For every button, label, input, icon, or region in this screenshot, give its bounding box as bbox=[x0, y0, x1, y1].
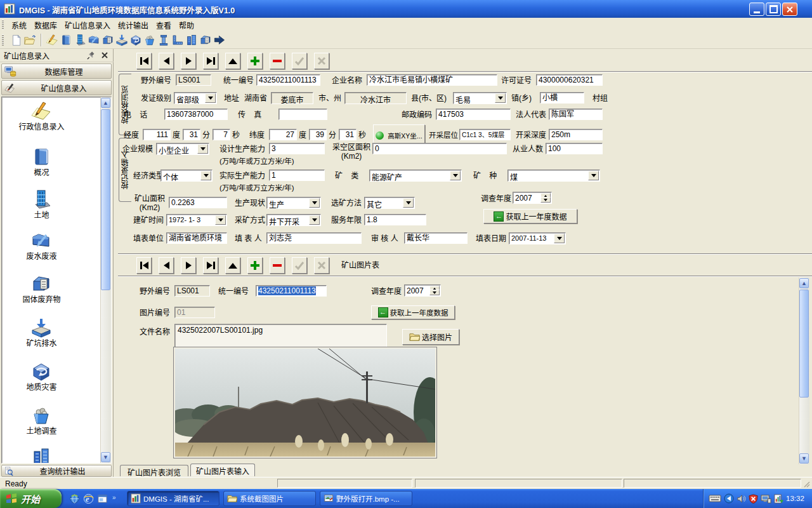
mine-class-dropdown[interactable]: 能源矿产 bbox=[369, 170, 462, 182]
archive-icon[interactable] bbox=[199, 33, 213, 47]
nav1-add-button[interactable] bbox=[247, 53, 263, 69]
sidebar-close-icon[interactable] bbox=[101, 51, 108, 59]
display-tray-icon[interactable] bbox=[761, 494, 771, 504]
dropdown-arrow-icon[interactable] bbox=[403, 198, 414, 208]
nav2-confirm-button[interactable] bbox=[292, 257, 307, 274]
nav2-prev-button[interactable] bbox=[159, 257, 174, 274]
sidebar-item-overview[interactable]: 概况 bbox=[5, 168, 78, 177]
task-dmgis[interactable]: DMGIS - 湖南省矿... bbox=[127, 491, 219, 506]
language-bar-icon[interactable] bbox=[724, 493, 734, 504]
buildings-icon[interactable] bbox=[185, 33, 199, 47]
exit-icon[interactable] bbox=[213, 33, 226, 47]
phone-input[interactable]: 13607387000 bbox=[164, 109, 228, 120]
workers-input[interactable]: 100 bbox=[546, 143, 603, 154]
cert-level-dropdown[interactable]: 省部级 bbox=[174, 92, 217, 104]
sidebar-item-wastewater[interactable]: 废水废液 bbox=[5, 252, 78, 261]
chart-tray-icon[interactable] bbox=[774, 494, 783, 504]
pic-field-no-input[interactable]: LS001 bbox=[174, 285, 210, 297]
nav2-delete-button[interactable] bbox=[270, 257, 285, 274]
town-input[interactable]: 小横 bbox=[540, 92, 584, 104]
wastewater-big-icon[interactable] bbox=[30, 230, 52, 251]
spin-down-icon[interactable] bbox=[540, 197, 551, 203]
postcode-input[interactable]: 417503 bbox=[436, 109, 511, 120]
survey-year-spinner[interactable]: 2007 bbox=[513, 192, 552, 204]
goaf-input[interactable]: 0 bbox=[372, 143, 507, 154]
land-survey-icon[interactable] bbox=[143, 33, 157, 47]
design-cap-input[interactable]: 3 bbox=[269, 143, 325, 154]
nav2-last-button[interactable] bbox=[203, 257, 218, 274]
fill-date-dropdown[interactable]: 2007-11-13 bbox=[509, 232, 566, 244]
dropdown-arrow-icon[interactable] bbox=[215, 215, 226, 225]
legal-input[interactable]: 陈国军 bbox=[549, 109, 603, 120]
quicklaunch-chevron-icon[interactable]: » bbox=[112, 494, 116, 501]
open-file-icon[interactable] bbox=[23, 33, 37, 47]
scale-dropdown[interactable]: 小型企业 bbox=[156, 143, 209, 155]
nav2-cancel-button[interactable] bbox=[314, 257, 329, 274]
latitude-min-input[interactable]: 39 bbox=[309, 129, 327, 140]
dropdown-arrow-icon[interactable] bbox=[450, 171, 461, 180]
dropdown-arrow-icon[interactable] bbox=[200, 171, 211, 180]
service-input[interactable]: 1.8 bbox=[364, 214, 426, 225]
fetch-last-year-button[interactable]: ←获取上一年度数据 bbox=[483, 209, 577, 224]
sidebar-group-database[interactable]: 数据库管理 bbox=[1, 64, 112, 79]
menu-view[interactable]: 查看 bbox=[152, 18, 175, 32]
admin-entry-icon[interactable] bbox=[45, 33, 59, 47]
pin-icon[interactable] bbox=[86, 51, 96, 60]
solid-waste-icon[interactable] bbox=[101, 33, 115, 47]
sidebar-item-land-survey[interactable]: 土地调查 bbox=[5, 427, 78, 436]
econ-dropdown[interactable]: 个体 bbox=[160, 170, 213, 182]
dropdown-arrow-icon[interactable] bbox=[554, 234, 565, 243]
land-survey-big-icon[interactable] bbox=[30, 404, 52, 426]
dropdown-arrow-icon[interactable] bbox=[205, 93, 216, 103]
menu-statistics-output[interactable]: 统计输出 bbox=[114, 18, 152, 32]
sidebar-item-admin-entry[interactable]: 行政信息录入 bbox=[5, 123, 78, 131]
nav1-confirm-button[interactable] bbox=[292, 53, 307, 69]
pic-uni-no-input[interactable]: 43250211001113 bbox=[256, 285, 327, 297]
nav2-top-button[interactable] bbox=[225, 257, 240, 274]
longitude-deg-input[interactable]: 111 bbox=[143, 129, 171, 140]
pic-survey-year-spinner[interactable]: 2007 bbox=[404, 284, 441, 297]
partial-building-icon[interactable] bbox=[30, 446, 52, 464]
fill-unit-input[interactable]: 湖南省地质环境 bbox=[166, 232, 227, 244]
sidebar-item-solid-waste[interactable]: 固体废弃物 bbox=[5, 295, 78, 304]
spin-down-icon[interactable] bbox=[429, 290, 440, 295]
picture-scroll-up[interactable]: ▲ bbox=[799, 278, 809, 288]
dropdown-arrow-icon[interactable] bbox=[495, 93, 506, 103]
solid-waste-big-icon[interactable] bbox=[30, 273, 52, 295]
uni-no-input[interactable]: 43250211001113 bbox=[256, 74, 320, 86]
start-button[interactable]: 开始 bbox=[0, 489, 62, 508]
built-dropdown[interactable]: 1972- 1- 3 bbox=[166, 214, 227, 226]
prod-status-dropdown[interactable]: 生产 bbox=[266, 197, 321, 209]
tab-browse-by-table[interactable]: 按表格浏览 bbox=[119, 74, 131, 135]
dropdown-arrow-icon[interactable] bbox=[588, 171, 599, 180]
longitude-min-input[interactable]: 31 bbox=[183, 129, 200, 140]
picture-scroll-thumb[interactable] bbox=[799, 290, 809, 398]
menu-help[interactable]: 帮助 bbox=[175, 18, 198, 32]
nav1-cancel-button[interactable] bbox=[314, 53, 329, 69]
nav1-delete-button[interactable] bbox=[270, 53, 285, 69]
nav1-prev-button[interactable] bbox=[159, 53, 174, 69]
license-input[interactable]: 4300000620321 bbox=[536, 74, 603, 86]
depth-input[interactable]: 250m bbox=[549, 129, 603, 140]
sidebar-scroll-down[interactable]: ▼ bbox=[101, 452, 110, 462]
nav1-top-button[interactable] bbox=[225, 53, 240, 69]
geo-hazard-icon[interactable] bbox=[129, 33, 143, 47]
sidebar-group-query-stats[interactable]: 查询统计输出 bbox=[1, 465, 112, 477]
geo-hazard-big-icon[interactable] bbox=[30, 361, 52, 382]
ruler-icon[interactable] bbox=[171, 33, 185, 47]
show-desktop-icon[interactable] bbox=[69, 493, 80, 504]
sidebar-item-mine-drainage[interactable]: 矿坑排水 bbox=[5, 339, 78, 348]
sidebar-group-mine-entry[interactable]: 矿山信息录入 bbox=[1, 80, 112, 95]
layer-input[interactable]: C1c1 3、5煤层 bbox=[459, 129, 511, 140]
sidebar-item-land[interactable]: 土地 bbox=[5, 211, 78, 220]
nav1-next-button[interactable] bbox=[181, 53, 196, 69]
nav1-last-button[interactable] bbox=[203, 53, 218, 69]
menu-mine-info-entry[interactable]: 矿山信息录入 bbox=[61, 18, 114, 32]
tab-picture-entry[interactable]: 矿山图片表输入 bbox=[190, 464, 255, 476]
nav2-add-button[interactable] bbox=[247, 257, 263, 274]
benef-dropdown[interactable]: 其它 bbox=[364, 197, 415, 209]
close-button[interactable] bbox=[782, 3, 797, 16]
mining-method-dropdown[interactable]: 井下开采 bbox=[266, 214, 321, 226]
company-input[interactable]: 冷水江市毛易镇小横煤矿 bbox=[367, 74, 497, 86]
area-input[interactable]: 0.2263 bbox=[169, 197, 227, 208]
